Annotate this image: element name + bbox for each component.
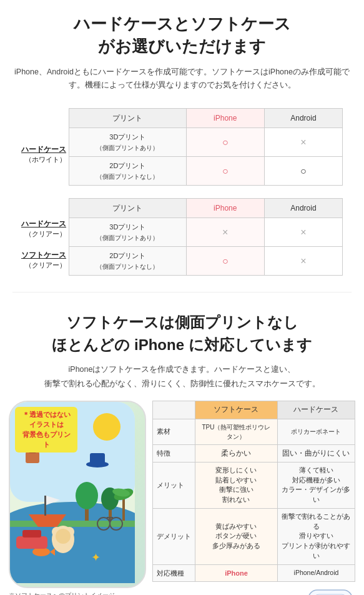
table1-section: ハードケース （ホワイト） プリント iPhone Android 3Dプリント… xyxy=(0,108,364,276)
svg-point-2 xyxy=(93,413,121,441)
table2-col-android: Android xyxy=(264,199,342,218)
bottom-subtitle: iPhoneはソフトケースを作成できます。ハードケースと違い、 衝撃で割れる心配… xyxy=(12,362,352,391)
table1-row2-iphone: ○ xyxy=(186,157,264,186)
table-row: 特徴 柔らかい 固い・曲がりにくい xyxy=(153,444,355,462)
table2-soft-material: TPU（熱可塑性ポリウレタン） xyxy=(195,419,278,444)
table2-hard-demerit: 衝撃で割れることがある 滑りやすい プリントが剥がれやすい xyxy=(277,508,355,564)
bottom-extras: ケースの脱着が 苦手な方におすすめ。 xyxy=(152,587,355,595)
table2-row-labels: ハードケース （クリアー） ソフトケース （クリアー） xyxy=(21,198,69,276)
svg-point-27 xyxy=(32,548,50,556)
svg-rect-9 xyxy=(44,496,46,516)
svg-text:✦: ✦ xyxy=(91,551,101,564)
main-title: ハードケースとソフトケース がお選びいただけます xyxy=(12,12,352,58)
bottom-title: ソフトケースは側面プリントなし ほとんどの iPhone に対応しています xyxy=(12,311,352,356)
table2-col-iphone: iPhone xyxy=(186,199,264,218)
table2-label-merit: メリット xyxy=(153,462,195,508)
table1-row2-print: 2Dプリント（側面プリントなし） xyxy=(69,157,187,186)
table2-soft-header: ソフトケース xyxy=(195,401,278,419)
table2-row-label-2: ソフトケース （クリアー） xyxy=(21,244,66,276)
content-area: ✦ ＊透過ではないイラストは 背景色もプリント ※ソフトケースへのプリントイメー… xyxy=(0,401,364,595)
table-row: 3Dプリント（側面プリントあり） ○ × xyxy=(69,128,343,157)
table1-col-iphone: iPhone xyxy=(186,109,264,128)
table2-hard-header: ハードケース xyxy=(277,401,355,419)
table2-row1-iphone: × xyxy=(186,218,264,247)
table2-soft-merit: 変形しにくい 貼着しやすい 衝撃に強い 割れない xyxy=(195,462,278,508)
svg-rect-26 xyxy=(90,453,105,466)
table-row: 対応機種 iPhone iPhone/Android xyxy=(153,564,355,582)
page-container: ハードケースとソフトケース がお選びいただけます iPhone、Androidと… xyxy=(0,0,364,595)
svg-rect-30 xyxy=(16,536,47,549)
svg-point-18 xyxy=(56,529,71,544)
table1-row1-iphone: ○ xyxy=(186,128,264,157)
table2-row2-iphone: ○ xyxy=(186,247,264,276)
table2-hard-devices: iPhone/Android xyxy=(277,564,355,582)
top-subtitle: iPhone、Androidともにハードケースを作成可能です。ソフトケースはiP… xyxy=(12,66,352,92)
table2: プリント iPhone Android 3Dプリント（側面プリントあり） × ×… xyxy=(69,198,343,276)
table-row: 3Dプリント（側面プリントあり） × × xyxy=(69,218,343,247)
top-section: ハードケースとソフトケース がお選びいただけます iPhone、Androidと… xyxy=(0,0,364,108)
phone-image-area: ✦ ＊透過ではないイラストは 背景色もプリント ※ソフトケースへのプリントイメー… xyxy=(9,401,146,595)
table2-row2-android: × xyxy=(264,247,342,276)
table2-label-demerit: デメリット xyxy=(153,508,195,564)
table-row: デメリット 黄ばみやすい ボタンが硬い 多少厚みがある 衝撃で割れることがある … xyxy=(153,508,355,564)
table2-row2-print: 2Dプリント（側面プリントなし） xyxy=(69,247,187,276)
phone-note: ※ソフトケースへのプリントイメージ xyxy=(9,591,146,595)
comparison-table2-wrap: ソフトケース ハードケース 素材 TPU（熱可塑性ポリウレタン） ポリカーボネー… xyxy=(152,401,355,595)
table2-soft-feature: 柔らかい xyxy=(195,444,278,462)
table-row: 2Dプリント（側面プリントなし） ○ × xyxy=(69,247,343,276)
table1-row1-android: × xyxy=(264,128,342,157)
table2-empty-header xyxy=(153,401,195,419)
svg-rect-31 xyxy=(22,530,41,538)
clear-case-svg xyxy=(305,587,355,595)
table2-hard-feature: 固い・曲がりにくい xyxy=(277,444,355,462)
table2-block: ハードケース （クリアー） ソフトケース （クリアー） プリント iPhone … xyxy=(9,198,355,276)
table1-row-labels: ハードケース （ホワイト） xyxy=(21,108,69,186)
table2-row-label-1: ハードケース （クリアー） xyxy=(21,198,66,244)
phone-image: ✦ ＊透過ではないイラストは 背景色もプリント xyxy=(9,401,146,588)
clear-case-area xyxy=(305,587,355,595)
bottom-section: ソフトケースは側面プリントなし ほとんどの iPhone に対応しています iP… xyxy=(0,305,364,391)
table2-row1-android: × xyxy=(264,218,342,247)
table2-label-feature: 特徴 xyxy=(153,444,195,462)
table1-col-print: プリント xyxy=(69,109,187,128)
comparison-table2: ソフトケース ハードケース 素材 TPU（熱可塑性ポリウレタン） ポリカーボネー… xyxy=(152,401,355,582)
table2-label-material: 素材 xyxy=(153,419,195,444)
table1-row1-print: 3Dプリント（側面プリントあり） xyxy=(69,128,187,157)
table1-row2-android: ○ xyxy=(264,157,342,186)
table1-block: ハードケース （ホワイト） プリント iPhone Android 3Dプリント… xyxy=(9,108,355,186)
svg-point-12 xyxy=(76,482,98,509)
phone-sticker: ＊透過ではないイラストは 背景色もプリント xyxy=(15,407,77,452)
svg-rect-23 xyxy=(26,452,39,463)
table2-hard-material: ポリカーボネート xyxy=(277,419,355,444)
table-row: 素材 TPU（熱可塑性ポリウレタン） ポリカーボネート xyxy=(153,419,355,444)
table1-col-android: Android xyxy=(264,109,342,128)
table2-label-devices: 対応機種 xyxy=(153,564,195,582)
svg-rect-7 xyxy=(10,521,135,527)
table2-col-print: プリント xyxy=(69,199,187,218)
table2-soft-devices: iPhone xyxy=(195,564,278,582)
table-row: メリット 変形しにくい 貼着しやすい 衝撃に強い 割れない 薄くて軽い 対応機種… xyxy=(153,462,355,508)
table1: プリント iPhone Android 3Dプリント（側面プリントあり） ○ ×… xyxy=(69,108,343,186)
table2-row1-print: 3Dプリント（側面プリントあり） xyxy=(69,218,187,247)
table2-hard-merit: 薄くて軽い 対応機種が多い カラー・デザインが多い xyxy=(277,462,355,508)
table2-soft-demerit: 黄ばみやすい ボタンが硬い 多少厚みがある xyxy=(195,508,278,564)
table1-row-label-1: ハードケース （ホワイト） xyxy=(21,108,66,186)
table-row: 2Dプリント（側面プリントなし） ○ ○ xyxy=(69,157,343,186)
